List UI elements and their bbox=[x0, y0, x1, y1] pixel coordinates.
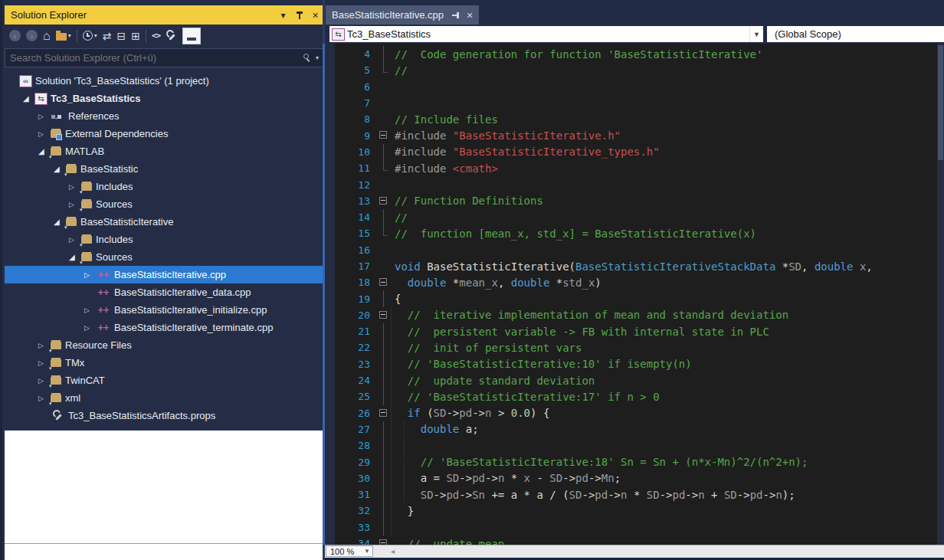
tree-expander-icon[interactable]: ▷ bbox=[38, 342, 50, 349]
code-text: void BaseStatisticIterative(BaseStatisti… bbox=[391, 260, 873, 273]
pin-icon[interactable] bbox=[451, 11, 461, 20]
preview-selected-items-icon[interactable] bbox=[182, 28, 201, 44]
fold-guide bbox=[379, 290, 391, 306]
scroll-left-icon[interactable]: ◂ bbox=[391, 547, 395, 555]
tree-item-sources[interactable]: ◢Sources bbox=[5, 248, 325, 266]
fold-collapse-icon[interactable] bbox=[379, 535, 391, 545]
tree-item-basestatisticiterative-data-cpp[interactable]: ++BaseStatisticIterative_data.cpp bbox=[5, 283, 325, 301]
tree-expander-icon[interactable]: ▷ bbox=[84, 324, 96, 332]
code-line: 33 bbox=[335, 519, 944, 535]
search-options-caret-icon[interactable]: ▾ bbox=[316, 54, 319, 61]
tree-item-references[interactable]: ▷References bbox=[5, 107, 325, 125]
code-surface[interactable]: 4// Code generation for function 'BaseSt… bbox=[325, 44, 944, 545]
fold-guide bbox=[379, 454, 391, 470]
tree-expander-icon[interactable]: ▷ bbox=[84, 306, 96, 314]
chevron-down-icon[interactable]: ▼ bbox=[749, 26, 763, 42]
tree-item-basestatisticiterative[interactable]: ◢BaseStatisticIterative bbox=[5, 213, 325, 231]
sync-with-active-document-icon[interactable]: ⇄ bbox=[103, 28, 112, 44]
zoom-level-value: 100 % bbox=[326, 547, 364, 556]
show-all-files-icon[interactable]: ⊞ bbox=[131, 28, 140, 44]
tree-item-resource-files[interactable]: ▷Resource Files bbox=[5, 336, 325, 354]
tab-basestatisticiterative-cpp[interactable]: BaseStatisticIterative.cpp × bbox=[326, 5, 479, 25]
line-number: 33 bbox=[335, 522, 379, 533]
window-position-icon[interactable]: ▾ bbox=[277, 8, 290, 21]
line-number: 13 bbox=[335, 195, 379, 207]
toolbar-separator bbox=[77, 30, 77, 42]
fold-guide bbox=[379, 372, 391, 388]
folder-icon bbox=[50, 339, 62, 352]
collapse-all-icon[interactable]: ⊟ bbox=[116, 28, 126, 44]
code-line: 29 // 'BaseStatisticIterative:18' Sn = S… bbox=[335, 454, 944, 470]
properties-icon[interactable] bbox=[166, 28, 177, 44]
tree-expander-icon[interactable]: ◢ bbox=[54, 218, 65, 226]
cpp-icon: ++ bbox=[96, 269, 111, 281]
tree-item-includes[interactable]: ▷Includes bbox=[5, 231, 325, 248]
code-line: 28 bbox=[335, 437, 944, 454]
solution-explorer-titlebar[interactable]: Solution Explorer ▾ × bbox=[5, 5, 325, 25]
code-text: // function [mean_x, std_x] = BaseStatis… bbox=[391, 228, 756, 240]
switch-views-icon[interactable]: ▾ bbox=[56, 28, 71, 44]
home-icon[interactable]: ⌂ bbox=[43, 28, 51, 44]
tree-expander-icon[interactable]: ▷ bbox=[69, 201, 80, 208]
fold-collapse-icon[interactable] bbox=[379, 274, 391, 290]
tree-item-basestatisticiterative-initialize-cpp[interactable]: ▷++BaseStatisticIterative_initialize.cpp bbox=[5, 301, 325, 319]
tree-item-basestatistic[interactable]: ◢BaseStatistic bbox=[5, 160, 325, 178]
tree-item-label: References bbox=[68, 110, 119, 122]
tree-item-matlab[interactable]: ◢MATLAB bbox=[5, 142, 325, 160]
tree-item-basestatisticiterative-terminate-cpp[interactable]: ▷++BaseStatisticIterative_terminate.cpp bbox=[5, 319, 325, 336]
tree-item-tc3-basestatisticsartifacts-props[interactable]: Tc3_BaseStatisticsArtifacts.props bbox=[5, 407, 325, 424]
tree-item-label: BaseStatisticIterative_terminate.cpp bbox=[114, 322, 273, 333]
tree-expander-icon[interactable]: ◢ bbox=[38, 147, 50, 156]
fold-collapse-icon[interactable] bbox=[379, 193, 391, 209]
pin-icon[interactable] bbox=[293, 8, 306, 21]
tree-item-basestatisticiterative-cpp[interactable]: ▷++BaseStatisticIterative.cpp bbox=[5, 266, 325, 283]
zoom-dropdown[interactable]: 100 % ▼ bbox=[326, 545, 373, 557]
search-input[interactable] bbox=[5, 51, 302, 64]
fold-collapse-icon[interactable] bbox=[379, 405, 391, 421]
close-icon[interactable]: × bbox=[309, 8, 322, 21]
project-scope-dropdown[interactable]: ⇆ Tc3_BaseStatistics ▼ bbox=[329, 26, 763, 42]
tree-item-xml[interactable]: ▷xml bbox=[5, 389, 325, 407]
tree-expander-icon[interactable]: ▷ bbox=[84, 271, 96, 279]
tree-expander-icon[interactable]: ◢ bbox=[69, 253, 80, 261]
fold-collapse-icon[interactable] bbox=[379, 127, 391, 143]
references-icon bbox=[50, 110, 65, 123]
tree-expander-icon[interactable]: ▷ bbox=[38, 359, 50, 367]
tree-item-tmx[interactable]: ▷TMx bbox=[5, 354, 325, 372]
forward-icon[interactable]: › bbox=[26, 30, 38, 41]
tree-expander-icon[interactable]: ▷ bbox=[38, 130, 50, 138]
tree-item-label: BaseStatistic bbox=[80, 163, 138, 175]
fold-guide bbox=[379, 323, 391, 339]
code-text: // Code generation for function 'BaseSta… bbox=[391, 48, 762, 61]
line-number: 26 bbox=[335, 408, 379, 419]
fold-collapse-icon[interactable] bbox=[379, 307, 391, 323]
search-icon[interactable] bbox=[302, 53, 313, 64]
scrollbar-thumb[interactable] bbox=[938, 45, 943, 160]
tree-expander-icon[interactable]: ▷ bbox=[69, 183, 80, 191]
back-icon[interactable]: ‹ bbox=[9, 30, 21, 41]
pending-changes-filter-icon[interactable]: ▾ bbox=[83, 28, 97, 44]
tree-item-includes[interactable]: ▷Includes bbox=[5, 178, 325, 195]
global-scope-dropdown[interactable]: (Global Scope) bbox=[767, 26, 944, 42]
line-number: 24 bbox=[335, 375, 379, 386]
folder-icon bbox=[65, 216, 77, 228]
tree-item-solution-tc3-basestatistics-1-project[interactable]: ∞Solution 'Tc3_BaseStatistics' (1 projec… bbox=[5, 72, 325, 90]
tree-item-external-dependencies[interactable]: ▷External Dependencies bbox=[5, 125, 325, 142]
tree-expander-icon[interactable]: ◢ bbox=[54, 165, 65, 173]
tree-item-tc3-basestatistics[interactable]: ◢⇆Tc3_BaseStatistics bbox=[5, 90, 325, 107]
line-number: 16 bbox=[335, 244, 379, 256]
breakpoint-margin[interactable] bbox=[325, 44, 335, 545]
view-code-icon[interactable]: <> bbox=[152, 28, 160, 44]
vertical-scrollbar[interactable] bbox=[937, 44, 944, 545]
tree-expander-icon[interactable]: ▷ bbox=[69, 236, 80, 244]
tree-expander-icon[interactable]: ▷ bbox=[38, 377, 50, 385]
fold-guide bbox=[379, 421, 391, 437]
code-text: #include "BaseStatisticIterative.h" bbox=[391, 129, 621, 142]
tree-item-sources[interactable]: ▷Sources bbox=[5, 195, 325, 213]
tree-item-twincat[interactable]: ▷TwinCAT bbox=[5, 372, 325, 389]
close-icon[interactable]: × bbox=[467, 10, 473, 21]
tree-expander-icon[interactable]: ▷ bbox=[38, 113, 50, 120]
code-text: SD->pd->Sn += a * a / (SD->pd->n * SD->p… bbox=[391, 489, 795, 501]
tree-expander-icon[interactable]: ◢ bbox=[23, 94, 34, 103]
tree-expander-icon[interactable]: ▷ bbox=[38, 395, 50, 402]
